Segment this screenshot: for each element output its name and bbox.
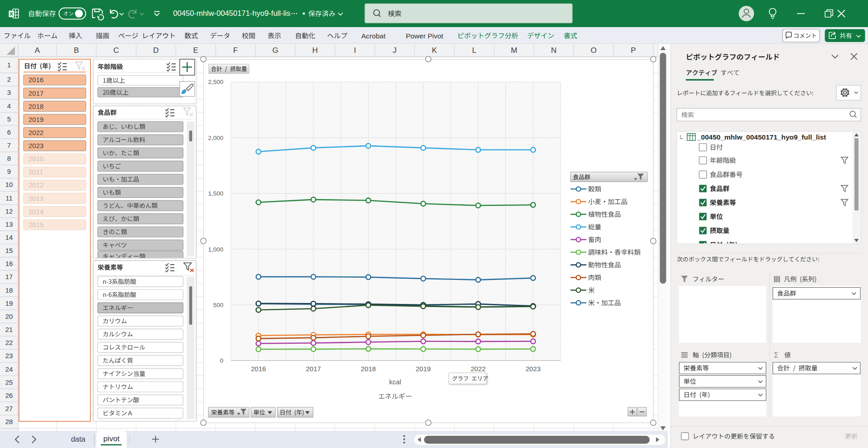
svg-text:2016: 2016: [251, 365, 266, 373]
svg-text:2023: 2023: [28, 142, 43, 149]
svg-text:2022: 2022: [28, 129, 43, 136]
svg-text:2: 2: [7, 75, 11, 83]
svg-text:M: M: [511, 46, 517, 55]
svg-text:26: 26: [5, 392, 13, 399]
svg-text:2017: 2017: [306, 365, 321, 373]
svg-text:2014: 2014: [28, 208, 43, 215]
svg-text:2022: 2022: [471, 365, 486, 373]
svg-text:2016: 2016: [28, 76, 43, 84]
svg-text:2013: 2013: [28, 195, 43, 202]
svg-text:H: H: [312, 46, 318, 55]
svg-text:23: 23: [5, 352, 13, 359]
svg-text:1,500: 1,500: [208, 190, 223, 197]
svg-text:3: 3: [7, 89, 11, 96]
svg-text:G: G: [272, 46, 278, 55]
svg-text:500: 500: [213, 302, 223, 308]
svg-text:J: J: [393, 46, 397, 55]
svg-text:00450-mhlw-00450171-hyo9-full-: 00450-mhlw-00450171-hyo9-full-lis: [173, 9, 290, 18]
svg-text:2018: 2018: [361, 365, 376, 373]
svg-text:2019: 2019: [416, 365, 431, 373]
svg-text:11: 11: [5, 194, 13, 202]
svg-text:P: P: [631, 46, 636, 55]
svg-text:data: data: [71, 435, 86, 443]
svg-text:0: 0: [220, 357, 223, 364]
svg-text:15: 15: [5, 247, 13, 254]
svg-text:2010: 2010: [28, 155, 43, 163]
svg-text:C: C: [113, 46, 119, 55]
svg-text:24: 24: [5, 365, 13, 373]
svg-text:2012: 2012: [28, 181, 43, 189]
svg-text:4: 4: [7, 102, 11, 110]
svg-text:2023: 2023: [526, 365, 541, 373]
svg-text:8: 8: [7, 154, 11, 162]
svg-text:7: 7: [7, 141, 11, 149]
svg-text:Σ: Σ: [774, 351, 778, 359]
svg-text:18: 18: [5, 286, 13, 294]
svg-text:2018: 2018: [28, 103, 43, 110]
svg-text:2,500: 2,500: [208, 79, 223, 85]
svg-text:B: B: [74, 46, 79, 55]
svg-text:Acrobat: Acrobat: [361, 32, 386, 40]
svg-text:1: 1: [7, 61, 11, 69]
svg-text:22: 22: [5, 339, 13, 346]
svg-text:2019: 2019: [28, 116, 43, 123]
svg-text:pivot: pivot: [104, 434, 120, 443]
svg-text:2011: 2011: [28, 168, 43, 176]
svg-text:kcal: kcal: [389, 378, 401, 386]
svg-text:20: 20: [5, 313, 13, 320]
svg-text:2015: 2015: [28, 221, 43, 229]
svg-text:K: K: [432, 46, 437, 55]
svg-text:19: 19: [5, 299, 13, 307]
svg-text:I: I: [354, 46, 356, 55]
svg-text:O: O: [590, 46, 596, 55]
svg-text:D: D: [153, 46, 159, 55]
svg-text:5: 5: [7, 115, 11, 123]
svg-text:17: 17: [5, 273, 13, 280]
svg-text:28: 28: [5, 418, 13, 425]
svg-text:10: 10: [5, 181, 13, 188]
svg-text:25: 25: [5, 378, 13, 386]
svg-text:13: 13: [5, 220, 13, 228]
svg-text:9: 9: [7, 168, 11, 175]
svg-text:2017: 2017: [28, 89, 43, 97]
svg-text:F: F: [233, 46, 238, 55]
svg-text:A: A: [35, 46, 40, 55]
svg-text:Power Pivot: Power Pivot: [406, 32, 443, 40]
svg-text:27: 27: [5, 405, 13, 412]
svg-text:L: L: [472, 46, 476, 55]
svg-text:2,000: 2,000: [208, 135, 223, 141]
svg-text:_00450_mhlw_00450171_hyo9_full: _00450_mhlw_00450171_hyo9_full_list: [697, 133, 826, 141]
svg-text:12: 12: [5, 207, 13, 215]
svg-text:E: E: [193, 46, 198, 55]
svg-text:14: 14: [5, 233, 13, 241]
svg-text:6: 6: [7, 128, 11, 136]
svg-text:21: 21: [5, 326, 13, 333]
svg-text:N: N: [551, 46, 557, 55]
svg-text:1,000: 1,000: [208, 246, 223, 253]
svg-text:16: 16: [5, 260, 13, 267]
